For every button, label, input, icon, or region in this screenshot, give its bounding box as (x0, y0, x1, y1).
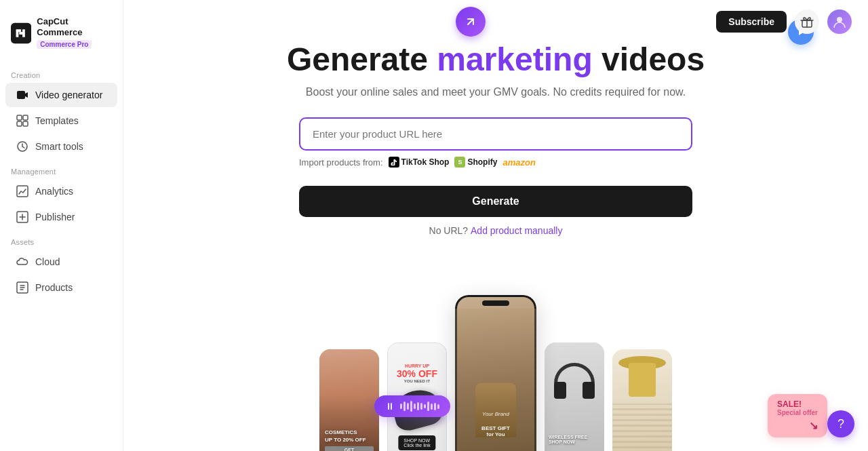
svg-rect-5 (23, 121, 28, 126)
amazon-platform[interactable]: amazon (502, 156, 535, 168)
sidebar-item-smart-tools[interactable]: Smart tools (5, 134, 117, 159)
subscribe-button[interactable]: Subscribe (716, 11, 787, 33)
waveform (400, 401, 439, 412)
no-url-row: No URL? Add product manually (429, 225, 563, 236)
notification-float: SALE! Special offer ↘ (768, 394, 827, 437)
sidebar-label-cloud: Cloud (35, 256, 60, 267)
analytics-icon (16, 185, 28, 197)
sidebar: CapCut Commerce Commerce Pro Creation Vi… (0, 0, 123, 451)
main-content: Subscribe Generate marketing videos Boos… (123, 0, 868, 451)
product-card-headphones: WIRELESS FREESHOP NOW (545, 342, 604, 451)
sidebar-item-templates[interactable]: Templates (5, 109, 117, 133)
sidebar-item-cloud[interactable]: Cloud (5, 250, 117, 274)
products-icon (16, 281, 28, 294)
pause-icon: ⏸ (385, 401, 395, 412)
cursor-icon: ↘ (809, 419, 818, 432)
discount-text: HURRY UP 30% OFF YOU NEED IT (393, 364, 441, 383)
app-name: CapCut Commerce (37, 16, 112, 37)
cloud-icon (16, 256, 28, 268)
best-gift-text: BEST GIFTfor You (455, 425, 536, 437)
add-manually-link[interactable]: Add product manually (471, 225, 562, 236)
shopify-platform[interactable]: S Shopify (454, 156, 497, 168)
svg-rect-1 (17, 91, 25, 99)
hero-subtitle: Boost your online sales and meet your GM… (306, 86, 686, 98)
app-tier: Commerce Pro (37, 40, 92, 49)
svg-rect-7 (17, 186, 28, 197)
sidebar-label-templates: Templates (35, 115, 79, 126)
generate-button[interactable]: Generate (299, 186, 692, 217)
header: Subscribe (700, 0, 868, 43)
amazon-icon: amazon (502, 157, 535, 168)
svg-rect-4 (17, 121, 22, 126)
arrow-float[interactable] (456, 7, 486, 37)
publisher-icon (16, 211, 28, 223)
sidebar-label-analytics: Analytics (35, 186, 73, 197)
sidebar-label-smart-tools: Smart tools (35, 141, 83, 152)
shopify-icon: S (454, 157, 465, 168)
shop-now-text: SHOP NOWClick the link (398, 435, 435, 450)
tiktok-platform[interactable]: TikTok Shop (389, 156, 450, 168)
product-card-cosmetics: COSMETICSUP TO 20% OFF GET (319, 349, 379, 451)
cosmetics-text: COSMETICSUP TO 20% OFF GET (325, 429, 374, 451)
section-assets: Assets (0, 230, 123, 249)
section-management: Management (0, 159, 123, 178)
sidebar-item-video-generator[interactable]: Video generator (5, 83, 117, 107)
url-container: Import products from: TikTok Shop S Shop… (299, 117, 692, 168)
logo[interactable]: CapCut Commerce Commerce Pro (0, 11, 123, 63)
template-icon (16, 115, 28, 127)
video-icon (16, 89, 28, 101)
svg-point-11 (837, 17, 842, 22)
product-showcase: COSMETICSUP TO 20% OFF GET HURRY UP 30% … (258, 295, 733, 451)
product-card-main: Your Brand BEST GIFTfor You (455, 295, 536, 451)
brand-text: Your Brand (455, 411, 536, 417)
sidebar-label-video-generator: Video generator (35, 90, 102, 100)
sidebar-item-products[interactable]: Products (5, 275, 117, 300)
audio-player-float[interactable]: ⏸ (374, 395, 450, 417)
product-url-input[interactable] (300, 119, 691, 149)
section-creation: Creation (0, 63, 123, 82)
tiktok-icon (389, 157, 399, 168)
gift-icon-btn[interactable] (795, 9, 819, 34)
help-button[interactable]: ? (827, 410, 854, 437)
sidebar-item-analytics[interactable]: Analytics (5, 179, 117, 203)
tools-icon (16, 140, 28, 153)
hero-title: Generate marketing videos (287, 41, 705, 78)
sidebar-label-products: Products (35, 282, 73, 293)
svg-rect-2 (17, 115, 22, 120)
user-avatar[interactable] (827, 9, 852, 34)
phone-notch (482, 300, 509, 306)
sidebar-label-publisher: Publisher (35, 212, 75, 222)
product-card-fashion (612, 349, 672, 451)
import-label: Import products from: (299, 157, 383, 168)
wireless-text: WIRELESS FREESHOP NOW (549, 435, 600, 444)
import-row: Import products from: TikTok Shop S Shop… (299, 156, 692, 168)
sidebar-item-publisher[interactable]: Publisher (5, 205, 117, 229)
url-input-wrapper (299, 117, 692, 151)
no-url-label: No URL? (429, 225, 469, 236)
svg-rect-3 (23, 115, 28, 120)
